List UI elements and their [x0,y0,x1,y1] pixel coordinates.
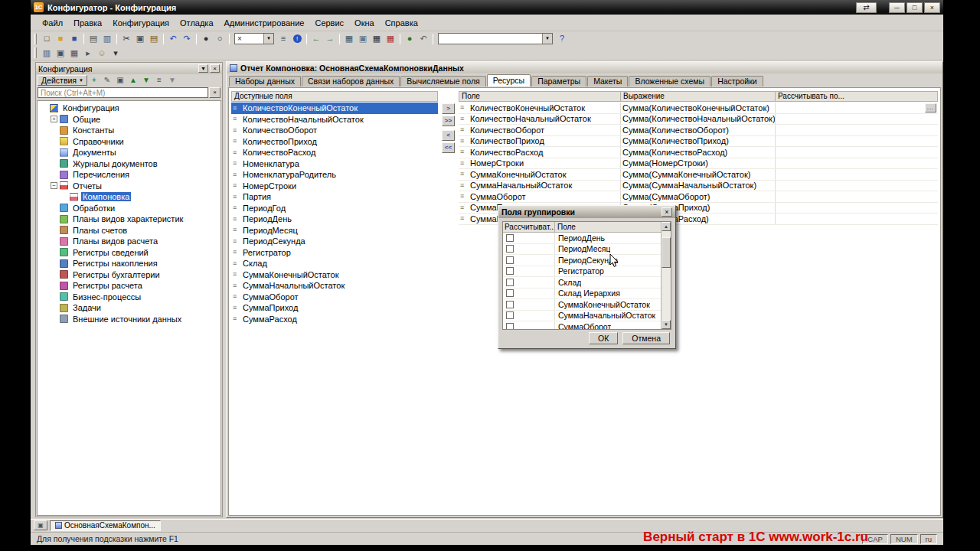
syntax-check-icon[interactable]: ! [290,32,304,45]
chevron-down-icon[interactable]: ▾ [263,34,273,44]
save-icon[interactable]: ■ [67,32,81,45]
field-cell[interactable]: ≡СуммаКонечныйОстаток [459,169,621,180]
globe-icon[interactable]: ● [403,32,416,45]
tree-item[interactable]: Конфигурация [38,103,220,114]
tab-5[interactable]: Макеты [587,76,628,86]
expression-cell[interactable]: Сумма(КоличествоНачальныйОстаток) [621,114,776,125]
tree-item[interactable]: Регистры бухгалтерии [38,269,220,281]
column-header-calculate[interactable]: Рассчитыват... [503,222,555,232]
column-header-calc-by[interactable]: Рассчитывать по... [776,91,938,102]
close-icon[interactable]: × [210,64,220,73]
tree-item[interactable]: Задачи [38,302,220,314]
available-field-row[interactable]: ≡СуммаРасход [231,314,438,325]
find-next-icon[interactable]: ○ [213,32,227,45]
resource-row[interactable]: ≡КоличествоНачальныйОстатокСумма(Количес… [459,114,938,126]
window-tab[interactable]: ОсновнаяСхемаКомпон... [50,520,161,531]
column-header-field[interactable]: Поле [555,222,671,232]
expression-cell[interactable]: Сумма(СуммаОборот) [621,191,776,202]
field-cell[interactable]: ≡КоличествоПриход [459,136,621,147]
available-field-row[interactable]: ≡КоличествоПриход [231,136,438,148]
move-up-icon[interactable]: ▲ [127,75,139,86]
calc-by-cell[interactable] [776,136,938,147]
history-icon[interactable]: ↶ [416,32,430,45]
scrollbar-thumb[interactable] [662,237,671,268]
expression-cell[interactable]: Сумма(НомерСтроки) [621,158,776,169]
find-icon[interactable]: ● [199,32,213,45]
calc-by-cell[interactable] [776,125,938,135]
tree-item[interactable]: Планы счетов [38,225,220,236]
filter-icon[interactable]: ▼ [166,75,178,86]
checkbox[interactable] [506,279,514,286]
calc-by-cell[interactable] [776,114,938,125]
expression-cell[interactable]: Сумма(КоличествоОборот) [621,125,776,135]
new-document-icon[interactable]: □ [40,32,54,45]
checkbox[interactable] [506,256,514,264]
tree-item[interactable]: Регистры сведений [38,247,220,259]
compare-files-icon[interactable]: ≡ [276,32,290,45]
tree-item[interactable]: +Общие [38,114,220,126]
available-field-row[interactable]: ≡Склад [231,258,438,269]
copy-icon[interactable]: ▣ [133,32,147,45]
clear-search-icon[interactable]: × [209,87,220,98]
expression-cell[interactable]: Сумма(СуммаНачальныйОстаток) [621,181,776,191]
checkbox[interactable] [506,301,514,308]
available-field-row[interactable]: ≡СуммаОборот [231,292,438,303]
tree-item[interactable]: Планы видов характеристик [38,214,220,225]
tree-item[interactable]: Обработки [38,203,220,214]
tree-item[interactable]: Справочники [38,136,220,148]
dock-menu-icon[interactable]: ▾ [198,64,208,73]
cascade-icon[interactable]: ▣ [54,47,67,60]
column-header-field[interactable]: Поле [459,91,621,102]
tab-4[interactable]: Параметры [531,76,586,86]
tree-item[interactable]: Константы [38,125,220,136]
calc-by-cell[interactable] [776,203,938,214]
available-field-row[interactable]: ≡КоличествоОборот [231,125,438,136]
scroll-down-icon[interactable]: ▼ [662,320,671,329]
tab-0[interactable]: Наборы данных [229,76,301,86]
close-icon[interactable]: × [662,207,672,217]
available-field-row[interactable]: ≡НомерСтроки [231,181,438,192]
switch-windows-icon[interactable]: ⇄ [856,2,877,13]
expand-icon[interactable]: + [51,116,57,122]
menu-item-4[interactable]: Администрирование [219,17,310,29]
available-field-row[interactable]: ≡ПериодМесяц [231,225,438,236]
bookmarks-icon[interactable]: ▸ [81,47,95,60]
chevron-down-icon[interactable]: ▾ [542,34,552,44]
available-field-row[interactable]: ≡КоличествоРасход [231,147,438,158]
print-preview-icon[interactable]: ▥ [100,32,114,45]
available-field-row[interactable]: ≡СуммаПриход [231,302,438,314]
move-all-right-button[interactable]: >> [442,116,455,126]
tree-item[interactable]: Перечисления [38,169,220,181]
expression-cell[interactable]: Сумма(КоличествоКонечныйОстаток) [621,103,776,113]
tree-item[interactable]: Бизнес-процессы [38,292,220,303]
scroll-up-icon[interactable]: ▲ [662,222,671,231]
windows-icon[interactable]: ▦ [342,32,356,45]
tab-1[interactable]: Связи наборов данных [302,76,400,86]
grouping-field-row[interactable]: Регистратор [503,266,661,278]
tree-item[interactable]: Документы [38,147,220,158]
resource-row[interactable]: ≡СуммаКонечныйОстатокСумма(СуммаКонечный… [459,169,938,181]
grouping-field-row[interactable]: Склад [503,277,661,289]
ok-button[interactable]: ОК [589,332,618,344]
grouping-field-row[interactable]: ПериодДень [503,233,661,244]
calc-by-cell[interactable] [776,169,938,180]
checkbox[interactable] [506,267,514,275]
ellipsis-button[interactable]: ... [925,103,936,112]
cancel-button[interactable]: Отмена [622,332,670,344]
edit-icon[interactable]: ✎ [101,75,113,86]
resource-row[interactable]: ≡СуммаНачальныйОстатокСумма(СуммаНачальн… [459,181,938,192]
forward-icon[interactable]: → [323,32,337,45]
field-cell[interactable]: ≡НомерСтроки [459,158,621,169]
available-field-row[interactable]: ≡Партия [231,191,438,203]
expression-cell[interactable]: Сумма(КоличествоПриход) [621,136,776,147]
move-left-button[interactable]: < [442,130,455,141]
close-icon[interactable]: × [924,2,940,13]
available-field-row[interactable]: ≡ПериодГод [231,203,438,214]
menu-item-2[interactable]: Конфигурация [107,17,175,29]
menu-item-0[interactable]: Файл [37,17,68,29]
available-field-row[interactable]: ≡Регистратор [231,247,438,259]
resource-row[interactable]: ≡КоличествоПриходСумма(КоличествоПриход) [459,136,938,148]
calc-by-cell[interactable]: ... [776,103,938,113]
cut-icon[interactable]: ✂ [119,32,133,45]
move-right-button[interactable]: > [442,103,455,114]
